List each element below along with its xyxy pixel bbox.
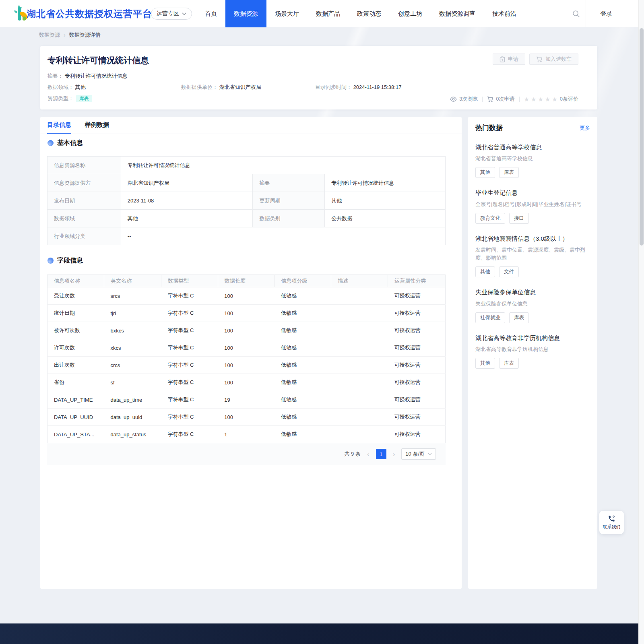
field-cell: 字符串型 C	[161, 357, 218, 374]
tab-sample-data[interactable]: 样例数据	[85, 117, 109, 134]
nav-item-7[interactable]: 技术前沿	[484, 0, 525, 27]
stat-divider	[482, 97, 483, 102]
hot-data-title: 热门数据	[475, 123, 503, 132]
hot-data-item-3[interactable]: 失业保险参保单位信息失业保险参保单位信息社保就业库表	[475, 288, 590, 323]
field-cell: 可授权运营	[388, 305, 446, 322]
nav-divider	[567, 0, 567, 27]
star-icon: ★	[538, 96, 543, 102]
summary-label: 摘要：	[47, 73, 63, 79]
column-header: 英文名称	[104, 275, 161, 287]
zone-dropdown[interactable]: 运营专区	[151, 8, 192, 20]
rating-stars[interactable]: ★★★★★	[524, 96, 557, 102]
breadcrumb: 数据资源 › 数据资源详情	[39, 31, 101, 39]
nav-item-5[interactable]: 创意工坊	[390, 0, 431, 27]
field-cell: 字符串型 C	[161, 322, 218, 339]
detail-tabs: 目录信息 样例数据	[40, 117, 462, 134]
contact-us-widget[interactable]: 联系我们	[599, 511, 624, 534]
field-cell: data_up_uuid	[104, 409, 161, 426]
hot-data-item-title: 失业保险参保单位信息	[475, 288, 590, 296]
table-row: 省份sf字符串型 C100低敏感可授权运营	[47, 374, 446, 391]
hot-data-item-tags: 其他库表	[475, 167, 590, 178]
field-cell: bxkcs	[104, 322, 161, 339]
table-row: 受让次数srcs字符串型 C100低敏感可授权运营	[47, 287, 446, 305]
eye-icon	[450, 97, 457, 102]
hot-data-panel: 热门数据 更多 湖北省普通高等学校信息湖北省普通高等学校信息其他库表毕业生登记信…	[468, 117, 597, 589]
scrollbar-thumb[interactable]	[640, 28, 644, 246]
field-cell: 低敏感	[275, 374, 331, 391]
basic-info-value: 湖北省知识产权局	[121, 174, 253, 192]
nav-item-3[interactable]: 数据产品	[308, 0, 349, 27]
nav-item-6[interactable]: 数据资源调查	[431, 0, 484, 27]
table-row: 信息资源名称专利转让许可情况统计信息	[47, 157, 446, 174]
page-size-select[interactable]: 10 条/页	[401, 448, 436, 460]
resource-type-label: 资源类型：	[47, 95, 74, 101]
field-cell: 字符串型 C	[161, 409, 218, 426]
hot-data-item-4[interactable]: 湖北省高等教育非学历机构信息湖北省高等教育非学历机构信息其他库表	[475, 334, 590, 369]
field-cell: srcs	[104, 287, 161, 305]
nav-item-1[interactable]: 数据资源	[225, 0, 266, 27]
field-info-title: 字段信息	[57, 256, 83, 265]
search-icon	[572, 10, 580, 18]
field-cell: 低敏感	[275, 339, 331, 357]
applies-stat: 0次申请	[487, 95, 514, 103]
basic-info-value: --	[121, 227, 445, 245]
hot-data-item-desc: 失业保险参保单位信息	[475, 300, 590, 308]
nav-item-2[interactable]: 场景大厅	[266, 0, 308, 27]
section-dot-icon	[47, 140, 54, 146]
nav-item-0[interactable]: 首页	[196, 0, 225, 27]
pagination-page-1[interactable]: 1	[376, 449, 386, 459]
resource-type-row: 资源类型： 库表	[47, 95, 452, 102]
column-header: 信息项分级	[275, 275, 331, 287]
hot-data-item-2[interactable]: 湖北省地震震情信息（3.0级以上）发震时间、震中位置、震源深度、震级、震中烈度、…	[475, 235, 590, 278]
basic-info-label: 更新周期	[253, 192, 325, 210]
basic-info-label: 信息资源名称	[47, 157, 121, 174]
tag-badge: 其他	[475, 167, 495, 178]
search-button[interactable]	[570, 9, 582, 19]
cart-icon	[536, 56, 543, 62]
views-stat: 3次浏览	[450, 95, 478, 103]
login-button[interactable]: 登录	[600, 0, 612, 27]
hot-data-item-title: 湖北省地震震情信息（3.0级以上）	[475, 235, 590, 243]
stat-divider	[519, 97, 520, 102]
hot-data-item-0[interactable]: 湖北省普通高等学校信息湖北省普通高等学校信息其他库表	[475, 143, 590, 178]
field-cell: 字符串型 C	[161, 391, 218, 409]
add-to-cart-button[interactable]: 加入选数车	[529, 54, 578, 65]
hot-data-list: 湖北省普通高等学校信息湖北省普通高等学校信息其他库表毕业生登记信息全宗号|题名|…	[475, 143, 590, 369]
field-cell: 出让次数	[47, 357, 104, 374]
field-cell	[331, 426, 388, 443]
tag-badge: 社保就业	[475, 312, 505, 323]
field-cell: 可授权运营	[388, 391, 446, 409]
cart-icon	[487, 96, 493, 102]
meta-provider: 数据提供单位： 湖北省知识产权局	[181, 84, 261, 91]
tag-badge: 库表	[499, 167, 519, 178]
more-link[interactable]: 更多	[580, 124, 590, 132]
field-cell: 可授权运营	[388, 426, 446, 443]
pagination-next-icon[interactable]: ›	[392, 451, 396, 458]
nav-item-4[interactable]: 政策动态	[349, 0, 390, 27]
meta-data-domain: 数据领域： 其他	[47, 84, 86, 91]
apply-button[interactable]: 申请	[493, 54, 525, 65]
table-row: DATA_UP_TIMEdata_up_time字符串型 C19低敏感可授权运营	[47, 391, 446, 409]
basic-info-value: 其他	[121, 210, 253, 227]
field-cell: 低敏感	[275, 287, 331, 305]
hot-data-item-desc: 发震时间、震中位置、震源深度、震级、震中烈度、影响范围	[475, 246, 590, 262]
field-cell: DATA_UP_UUID	[47, 409, 104, 426]
field-cell: 100	[218, 409, 275, 426]
field-cell: 低敏感	[275, 409, 331, 426]
basic-info-value: 专利转让许可情况统计信息	[121, 157, 445, 174]
table-row: 被许可次数bxkcs字符串型 C100低敏感可授权运营	[47, 322, 446, 339]
table-row: DATA_UP_STA...data_up_status字符串型 C1低敏感可授…	[47, 426, 446, 443]
field-cell	[331, 409, 388, 426]
page-footer	[0, 623, 644, 644]
field-cell	[331, 357, 388, 374]
breadcrumb-item-data-resources[interactable]: 数据资源	[39, 31, 60, 39]
tab-catalog-info[interactable]: 目录信息	[47, 117, 71, 134]
pagination-prev-icon[interactable]: ‹	[366, 451, 370, 458]
hot-data-item-tags: 其他库表	[475, 358, 590, 369]
hot-data-item-desc: 湖北省普通高等学校信息	[475, 155, 590, 163]
meta-sync-time: 目录同步时间： 2024-11-19 15:38:17	[315, 84, 401, 91]
page-title: 专利转让许可情况统计信息	[47, 55, 149, 66]
basic-info-label: 数据类别	[253, 210, 325, 227]
basic-info-label: 摘要	[253, 174, 325, 192]
hot-data-item-1[interactable]: 毕业生登记信息全宗号|题名|档号|形成时间|毕业生姓名|证书号教育文化接口	[475, 189, 590, 223]
